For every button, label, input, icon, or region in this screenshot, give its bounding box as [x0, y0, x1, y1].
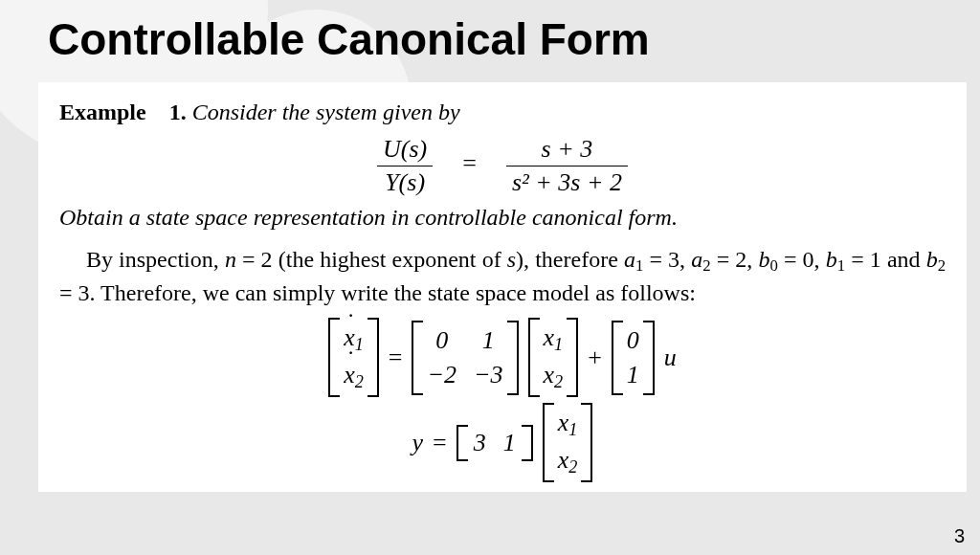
output-y: y — [412, 429, 424, 457]
equals-sign: = — [433, 429, 447, 457]
example-heading: Example 1. Consider the system given by — [59, 100, 946, 125]
xdot-vector: x1 x2 — [328, 318, 379, 397]
A-matrix: 01 −2−3 — [412, 321, 518, 395]
tf-rhs-num: s + 3 — [506, 135, 628, 166]
tf-lhs: U(s) Y(s) — [377, 135, 433, 197]
output-equation: y = 31 x1 x2 — [412, 403, 593, 482]
plus-sign: + — [588, 344, 602, 372]
equals-sign: = — [389, 344, 403, 372]
example-number: 1. — [169, 100, 187, 124]
tf-rhs: s + 3 s² + 3s + 2 — [506, 135, 628, 197]
slide: Controllable Canonical Form Example 1. C… — [0, 0, 980, 555]
example-prompt: Consider the system given by — [192, 100, 460, 124]
x-vector: x1 x2 — [528, 318, 579, 397]
tf-lhs-den: Y(s) — [377, 166, 433, 197]
example-label: Example — [59, 100, 146, 124]
x-vector-output: x1 x2 — [543, 403, 593, 482]
explanation-paragraph: By inspection, n = 2 (the highest expone… — [59, 244, 946, 308]
equals-sign: = — [462, 149, 477, 177]
B-vector: 0 1 — [612, 321, 655, 395]
slide-title: Controllable Canonical Form — [0, 0, 980, 65]
state-space-equations: x1 x2 = 01 −2−3 x1 — [59, 318, 946, 482]
tf-rhs-den: s² + 3s + 2 — [506, 166, 628, 197]
transfer-function-equation: U(s) Y(s) = s + 3 s² + 3s + 2 — [59, 135, 946, 197]
tf-lhs-num: U(s) — [377, 135, 433, 166]
input-u: u — [664, 344, 677, 372]
state-equation: x1 x2 = 01 −2−3 x1 — [328, 318, 677, 397]
task-line: Obtain a state space representation in c… — [59, 205, 946, 231]
C-matrix: 31 — [457, 425, 533, 461]
content-box: Example 1. Consider the system given by … — [38, 82, 967, 492]
page-number: 3 — [954, 525, 965, 547]
